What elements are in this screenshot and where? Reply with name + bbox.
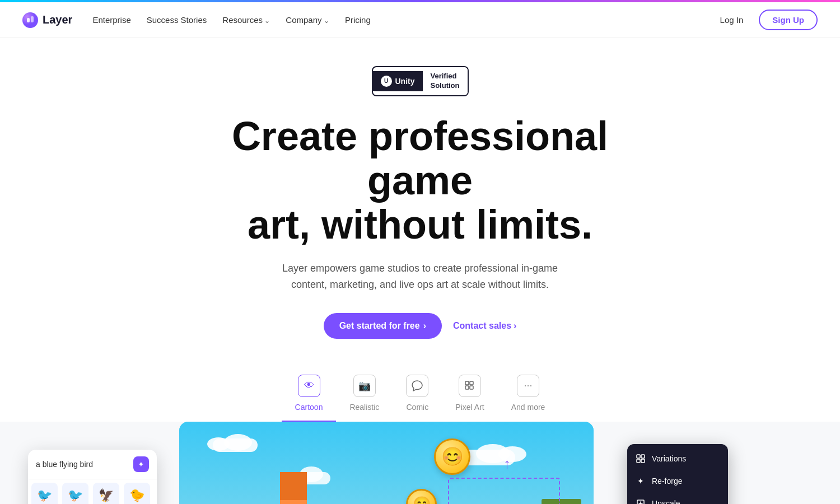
unity-badge-left: U Unity xyxy=(373,71,423,91)
variations-panel: Variations ✦ Re-forge Upscale Export xyxy=(627,444,728,504)
nav-link-company[interactable]: Company xyxy=(286,15,329,25)
nav-item-success[interactable]: Success Stories xyxy=(147,15,207,25)
svg-rect-8 xyxy=(641,455,645,458)
prompt-text: a blue flying bird xyxy=(36,460,129,469)
tab-pixel-art[interactable]: Pixel Art xyxy=(442,367,497,422)
bird-cell-0-3[interactable]: 🐤 xyxy=(124,483,150,504)
svg-rect-1 xyxy=(27,18,30,22)
unity-verified-line2: Solution xyxy=(431,81,460,91)
hero-heading-line1: Create professional game xyxy=(232,114,608,203)
nav-link-pricing[interactable]: Pricing xyxy=(345,15,371,25)
nav-left: Layer Enterprise Success Stories Resourc… xyxy=(22,12,371,28)
signup-button[interactable]: Sign Up xyxy=(759,10,818,30)
upscale-item[interactable]: Upscale xyxy=(627,492,728,504)
tab-comic[interactable]: Comic xyxy=(393,367,442,422)
comic-tab-label: Comic xyxy=(406,403,428,412)
cartoon-tab-icon: 👁 xyxy=(298,375,320,397)
get-started-button[interactable]: Get started for free › xyxy=(324,313,442,339)
pixel-art-tab-icon xyxy=(459,375,481,397)
style-tabs: 👁 Cartoon 📷 Realistic Comic Pixel Art ··… xyxy=(282,367,559,422)
hero-heading: Create professional game art, without li… xyxy=(202,114,638,248)
logo[interactable]: Layer xyxy=(22,12,72,28)
variations-icon xyxy=(635,453,646,464)
hero-heading-line2: art, without limits. xyxy=(248,202,592,247)
reforge-icon: ✦ xyxy=(635,475,646,487)
bird-cell-0-0[interactable]: 🐦 xyxy=(31,483,58,504)
pixel-art-tab-label: Pixel Art xyxy=(455,403,484,412)
unity-verified-line1: Verified xyxy=(431,72,460,81)
nav-right: Log In Sign Up xyxy=(713,10,818,30)
contact-sales-button[interactable]: Contact sales › xyxy=(453,321,516,331)
tab-cartoon[interactable]: 👁 Cartoon xyxy=(282,367,337,422)
nav-link-resources[interactable]: Resources xyxy=(222,15,270,25)
and-more-tab-label: And more xyxy=(511,403,545,412)
hero-subtext: Layer empowers game studios to create pr… xyxy=(263,260,577,293)
cta-row: Get started for free › Contact sales › xyxy=(324,313,517,339)
nav-item-company[interactable]: Company xyxy=(286,15,329,25)
svg-rect-10 xyxy=(641,459,645,463)
nav-item-pricing[interactable]: Pricing xyxy=(345,15,371,25)
and-more-tab-icon: ··· xyxy=(517,375,539,397)
color-column xyxy=(280,472,307,504)
bird-cell-0-1[interactable]: 🐦 xyxy=(62,483,88,504)
game-screenshot: 😊 😊 🐦 ↑ ↑ xyxy=(179,422,594,504)
svg-rect-6 xyxy=(470,386,473,389)
comic-tab-icon xyxy=(406,375,428,397)
chevron-right-icon: › xyxy=(423,321,426,331)
arrow-right-icon: › xyxy=(514,321,516,331)
svg-point-0 xyxy=(22,12,38,28)
unity-badge-text: Unity xyxy=(395,77,415,86)
arrow-up-icon: ↑ xyxy=(503,455,511,473)
nav-link-enterprise[interactable]: Enterprise xyxy=(92,15,130,25)
tab-and-more[interactable]: ··· And more xyxy=(498,367,559,422)
navbar: Layer Enterprise Success Stories Resourc… xyxy=(0,2,840,38)
svg-rect-2 xyxy=(31,16,34,22)
nav-link-success[interactable]: Success Stories xyxy=(147,15,207,25)
login-button[interactable]: Log In xyxy=(713,11,750,29)
unity-badge-right: Verified Solution xyxy=(423,67,468,95)
reforge-label: Re-forge xyxy=(652,477,682,486)
input-panel: a blue flying bird ✦ 🐦 🐦 🦅 🐤 🐦 🐧 🐦 🦆 🐦 🐦… xyxy=(28,450,157,504)
generate-icon[interactable]: ✦ xyxy=(133,456,149,472)
upscale-icon xyxy=(635,498,646,504)
cloud-2-puff2 xyxy=(498,446,526,462)
contact-sales-label: Contact sales xyxy=(453,321,511,331)
tab-realistic[interactable]: 📷 Realistic xyxy=(336,367,393,422)
realistic-tab-icon: 📷 xyxy=(353,375,376,397)
logo-text: Layer xyxy=(43,13,72,26)
svg-rect-5 xyxy=(465,386,469,389)
logo-icon xyxy=(22,12,38,28)
bottom-section: 😊 😊 🐦 ↑ ↑ a blue flying bird ✦ 🐦 🐦 🦅 🐤 🐦… xyxy=(0,422,840,504)
nav-item-enterprise[interactable]: Enterprise xyxy=(92,15,130,25)
selection-box xyxy=(448,478,560,504)
svg-rect-7 xyxy=(637,455,640,458)
main-content: U Unity Verified Solution Create profess… xyxy=(0,38,840,422)
get-started-label: Get started for free xyxy=(339,321,420,331)
coin-character-top: 😊 xyxy=(434,438,470,475)
input-panel-header: a blue flying bird ✦ xyxy=(28,450,157,479)
cloud-1-puff2 xyxy=(207,437,230,451)
unity-logo-icon: U xyxy=(381,76,392,87)
unity-badge: U Unity Verified Solution xyxy=(372,66,469,96)
bird-grid: 🐦 🐦 🦅 🐤 🐦 🐧 🐦 🦆 🐦 🐦 🐦 🦜 🐦 🐦 🐦 🦢 xyxy=(28,479,157,504)
variations-item[interactable]: Variations xyxy=(627,447,728,470)
nav-links: Enterprise Success Stories Resources Com… xyxy=(92,15,370,25)
reforge-item[interactable]: ✦ Re-forge xyxy=(627,470,728,492)
svg-rect-3 xyxy=(465,381,469,385)
upscale-label: Upscale xyxy=(652,499,680,504)
bird-cell-0-2[interactable]: 🦅 xyxy=(93,483,119,504)
realistic-tab-label: Realistic xyxy=(349,403,379,412)
variations-label: Variations xyxy=(652,454,686,463)
svg-rect-4 xyxy=(470,381,473,385)
cartoon-tab-label: Cartoon xyxy=(295,403,323,412)
nav-item-resources[interactable]: Resources xyxy=(222,15,270,25)
svg-rect-9 xyxy=(637,459,640,463)
